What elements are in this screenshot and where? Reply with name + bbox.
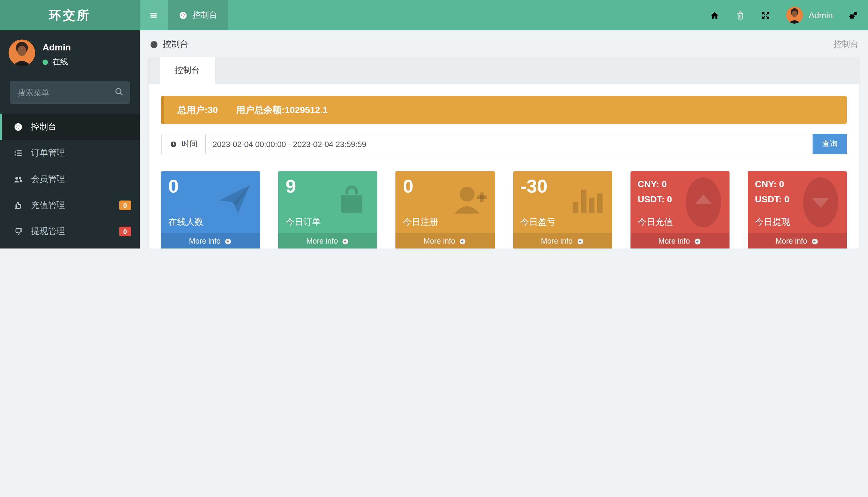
more-info-link[interactable]: More info (513, 233, 612, 248)
trash-icon[interactable] (735, 10, 746, 20)
sidebar-user-name: Admin (43, 42, 71, 52)
arrow-circle-right-icon (224, 237, 232, 245)
more-info-link[interactable]: More info (630, 233, 729, 248)
more-info-link[interactable]: More info (396, 233, 495, 248)
gauge-icon (178, 11, 188, 20)
console-box: 控制台 总用户:30 用户总余额:1029512.1 时间 查询 (149, 57, 859, 248)
ordered-list-icon (13, 148, 24, 158)
stat-card-today-registrations: 0 今日注册 More info (396, 171, 495, 248)
arrow-circle-right-icon (811, 237, 819, 245)
arrow-circle-right-icon (342, 237, 350, 245)
avatar (9, 40, 35, 66)
home-icon[interactable] (710, 10, 720, 20)
avatar (786, 7, 803, 24)
sidebar-item-orders[interactable]: 订单管理 (0, 140, 140, 166)
withdrawal-badge: 0 (119, 226, 131, 236)
sidebar-item-label: 充值管理 (31, 200, 65, 211)
sidebar-user-panel: Admin 在线 (0, 30, 140, 75)
total-users: 总用户:30 (177, 104, 218, 116)
main-content: 控制台 控制台 控制台 总用户:30 用户总余额:1029512.1 时间 (140, 30, 868, 248)
page-title: 控制台 (163, 39, 188, 50)
paper-plane-icon (215, 180, 254, 219)
sidebar-item-label: 提现管理 (31, 226, 65, 237)
topbar: 环交所 控制台 Admin (0, 0, 868, 30)
stat-card-online-users: 0 在线人数 More info (161, 171, 260, 248)
user-plus-icon (450, 180, 489, 219)
sidebar-user-status: 在线 (43, 57, 71, 68)
sidebar-item-withdrawals[interactable]: 提现管理 0 (0, 218, 140, 244)
more-info-link[interactable]: More info (748, 233, 847, 248)
sidebar-item-label: 控制台 (31, 121, 57, 132)
search-icon (114, 86, 125, 97)
topbar-spacer (228, 0, 710, 30)
stat-card-today-deposit: CNY: 0 USDT: 0 今日充值 More info (630, 171, 729, 248)
sidebar-item-members[interactable]: 会员管理 (0, 166, 140, 192)
thumbs-up-icon (13, 200, 24, 210)
user-name: Admin (809, 10, 833, 20)
stat-card-today-orders: 9 今日订单 More info (278, 171, 377, 248)
sidebar-item-products[interactable]: 产品管理 (0, 244, 140, 248)
thumbs-down-icon (13, 226, 24, 236)
sidebar-item-deposits[interactable]: 充值管理 0 (0, 192, 140, 218)
deposit-badge: 0 (119, 200, 131, 210)
clock-icon (170, 140, 177, 148)
tab-console[interactable]: 控制台 (160, 57, 215, 84)
hamburger-icon (149, 10, 159, 20)
app-logo[interactable]: 环交所 (0, 0, 140, 30)
sidebar-item-label: 订单管理 (31, 147, 65, 158)
time-filter: 时间 查询 (161, 134, 847, 154)
gauge-icon (13, 122, 24, 131)
stat-card-today-profit-loss: -30 今日盈亏 More info (513, 171, 612, 248)
tab-bar: 控制台 (149, 57, 859, 84)
arrow-circle-right-icon (576, 237, 584, 245)
topbar-tab-label: 控制台 (192, 10, 217, 21)
bar-chart-icon (567, 180, 606, 219)
settings-gears-icon[interactable] (848, 10, 858, 20)
search-button[interactable] (114, 86, 125, 97)
app-window: 环交所 控制台 Admin Admin (0, 0, 868, 248)
sidebar-item-console[interactable]: 控制台 (0, 114, 140, 140)
sidebar-toggle-button[interactable] (140, 0, 168, 30)
time-filter-label: 时间 (182, 139, 198, 150)
time-filter-addon: 时间 (161, 134, 205, 154)
circle-arrow-down-icon (802, 176, 839, 228)
topbar-tab-console[interactable]: 控制台 (168, 0, 228, 30)
arrow-circle-right-icon (459, 237, 467, 245)
sidebar-menu: 控制台 订单管理 会员管理 充值管理 0 提现管理 0 产 (0, 114, 140, 248)
query-button[interactable]: 查询 (813, 134, 847, 154)
breadcrumb-current: 控制台 (834, 39, 858, 50)
users-icon (13, 174, 24, 184)
arrow-circle-right-icon (694, 237, 701, 245)
shopping-bag-icon (333, 180, 372, 219)
breadcrumb: 控制台 控制台 (140, 30, 868, 57)
online-status-label: 在线 (52, 57, 68, 68)
sidebar: Admin 在线 控制台 订单管理 (0, 30, 140, 248)
fullscreen-icon[interactable] (761, 10, 771, 20)
time-range-input[interactable] (205, 134, 813, 154)
gauge-icon (149, 40, 159, 49)
total-balance: 用户总余额:1029512.1 (236, 104, 328, 116)
stat-cards: 0 在线人数 More info 9 今日订单 (161, 171, 847, 248)
sidebar-item-label: 会员管理 (31, 173, 65, 184)
summary-banner: 总用户:30 用户总余额:1029512.1 (161, 96, 847, 124)
stat-card-today-withdrawal: CNY: 0 USDT: 0 今日提现 More info (748, 171, 847, 248)
more-info-link[interactable]: More info (161, 233, 260, 248)
more-info-link[interactable]: More info (278, 233, 377, 248)
search-input[interactable] (10, 81, 130, 104)
sidebar-search (10, 81, 130, 104)
online-status-dot (43, 59, 48, 65)
user-menu[interactable]: Admin (786, 7, 833, 24)
topbar-actions: Admin (710, 0, 868, 30)
circle-arrow-up-icon (684, 176, 722, 228)
